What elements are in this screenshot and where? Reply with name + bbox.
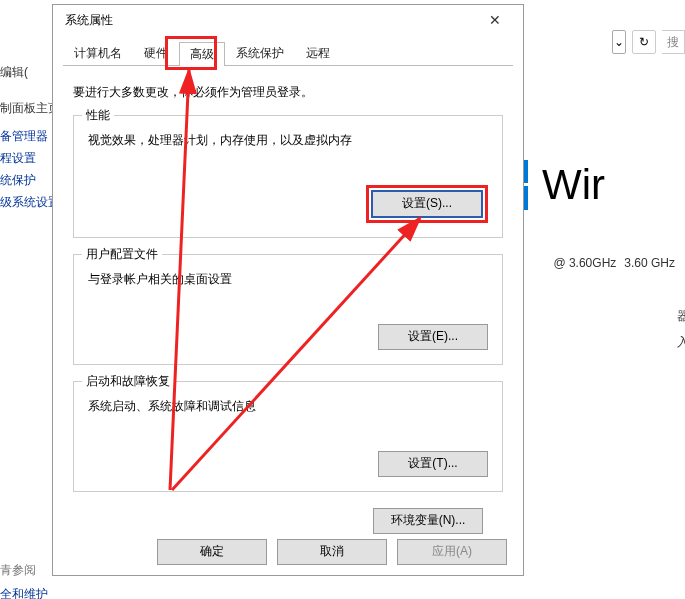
group-startup-recovery-desc: 系统启动、系统故障和调试信息 bbox=[88, 398, 488, 415]
group-user-profile: 用户配置文件 与登录帐户相关的桌面设置 设置(E)... bbox=[73, 254, 503, 365]
refresh-button[interactable]: ↻ bbox=[632, 30, 656, 54]
admin-hint: 要进行大多数更改，你必须作为管理员登录。 bbox=[73, 84, 503, 101]
refresh-icon: ↻ bbox=[639, 35, 649, 49]
link-advanced-system-settings[interactable]: 级系统设置 bbox=[0, 194, 60, 211]
see-also-label: 青参阅 bbox=[0, 562, 36, 579]
group-user-profile-desc: 与登录帐户相关的桌面设置 bbox=[88, 271, 488, 288]
dialog-footer: 确定 取消 应用(A) bbox=[157, 539, 507, 565]
link-security-maintenance[interactable]: 全和维护 bbox=[0, 586, 48, 599]
startup-recovery-settings-button[interactable]: 设置(T)... bbox=[378, 451, 488, 477]
tab-advanced[interactable]: 高级 bbox=[179, 42, 225, 66]
search-box-fragment[interactable]: 搜 bbox=[662, 30, 685, 54]
ok-button[interactable]: 确定 bbox=[157, 539, 267, 565]
dialog-title: 系统属性 bbox=[65, 12, 113, 29]
spec-fragment-2: 入 bbox=[677, 334, 685, 351]
link-device-manager[interactable]: 备管理器 bbox=[0, 128, 48, 145]
group-performance: 性能 视觉效果，处理器计划，内存使用，以及虚拟内存 设置(S)... bbox=[73, 115, 503, 238]
link-remote-settings[interactable]: 程设置 bbox=[0, 150, 36, 167]
group-user-profile-title: 用户配置文件 bbox=[82, 246, 162, 263]
performance-settings-button[interactable]: 设置(S)... bbox=[371, 190, 483, 218]
dialog-body: 要进行大多数更改，你必须作为管理员登录。 性能 视觉效果，处理器计划，内存使用，… bbox=[53, 66, 523, 544]
performance-settings-highlight: 设置(S)... bbox=[366, 185, 488, 223]
environment-variables-button[interactable]: 环境变量(N)... bbox=[373, 508, 483, 534]
group-startup-recovery: 启动和故障恢复 系统启动、系统故障和调试信息 设置(T)... bbox=[73, 381, 503, 492]
tab-hardware[interactable]: 硬件 bbox=[133, 41, 179, 65]
group-performance-title: 性能 bbox=[82, 107, 114, 124]
close-icon: ✕ bbox=[489, 12, 501, 28]
group-performance-desc: 视觉效果，处理器计划，内存使用，以及虚拟内存 bbox=[88, 132, 488, 149]
windows-text-fragment: Wir bbox=[542, 161, 605, 209]
spec-fragment-1: 器 bbox=[677, 308, 685, 325]
cancel-button[interactable]: 取消 bbox=[277, 539, 387, 565]
cpu-frequency-text: @ 3.60GHz3.60 GHz bbox=[545, 256, 675, 270]
group-startup-recovery-title: 启动和故障恢复 bbox=[82, 373, 174, 390]
address-dropdown[interactable]: ⌄ bbox=[612, 30, 626, 54]
tab-strip: 计算机名 硬件 高级 系统保护 远程 bbox=[63, 41, 513, 66]
link-control-panel-home[interactable]: 制面板主页 bbox=[0, 100, 60, 117]
tab-system-protection[interactable]: 系统保护 bbox=[225, 41, 295, 65]
titlebar: 系统属性 ✕ bbox=[53, 5, 523, 35]
close-button[interactable]: ✕ bbox=[475, 6, 515, 34]
system-properties-dialog: 系统属性 ✕ 计算机名 硬件 高级 系统保护 远程 要进行大多数更改，你必须作为… bbox=[52, 4, 524, 576]
link-system-protection[interactable]: 统保护 bbox=[0, 172, 36, 189]
address-toolbar: ⌄ ↻ 搜 bbox=[612, 30, 685, 54]
edit-menu-fragment[interactable]: 编辑( bbox=[0, 64, 28, 81]
chevron-down-icon: ⌄ bbox=[614, 35, 624, 49]
tab-remote[interactable]: 远程 bbox=[295, 41, 341, 65]
user-profile-settings-button[interactable]: 设置(E)... bbox=[378, 324, 488, 350]
tab-computer-name[interactable]: 计算机名 bbox=[63, 41, 133, 65]
apply-button[interactable]: 应用(A) bbox=[397, 539, 507, 565]
